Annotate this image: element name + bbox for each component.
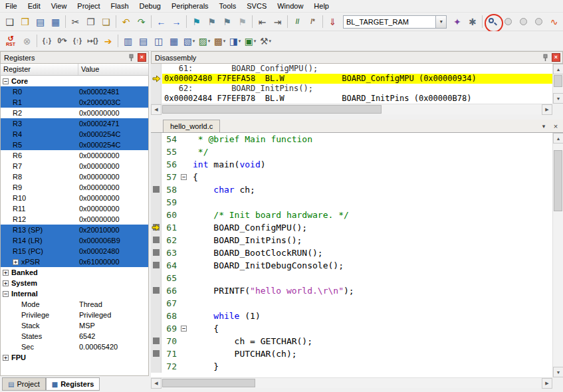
breakpoint-margin[interactable]: [151, 297, 162, 310]
step-over[interactable]: 0↷: [55, 33, 70, 49]
scroll-right-icon[interactable]: ▶: [542, 378, 552, 389]
undo[interactable]: ↶: [118, 14, 134, 29]
editor-vertical-scrollbar[interactable]: ▲ ▼: [552, 133, 563, 377]
register-row-privilege[interactable]: PrivilegePrivileged: [1, 310, 148, 320]
disassembly-horizontal-scrollbar[interactable]: ◀ ▶: [151, 104, 552, 114]
editor-line-66[interactable]: 66 PRINTF("hello world.\r\n");: [151, 284, 552, 297]
dropdown-arrow-icon[interactable]: ▾: [208, 39, 211, 44]
navigate-forward[interactable]: →: [169, 14, 184, 29]
pin-icon[interactable]: [541, 53, 549, 62]
stop-debug[interactable]: ⊗: [19, 33, 35, 49]
disassembly-margin[interactable]: [151, 64, 162, 104]
menu-file[interactable]: File: [0, 1, 23, 11]
memory-window[interactable]: ▨▾: [197, 33, 212, 49]
comment-selection[interactable]: //: [290, 14, 305, 29]
register-row-r14-lr[interactable]: R14 (LR)0x000006B9: [1, 235, 148, 246]
indicator-circle-1[interactable]: [501, 14, 516, 29]
breakpoint-margin[interactable]: [151, 246, 162, 259]
disassembly-window[interactable]: ▤: [136, 33, 151, 49]
breakpoint-margin[interactable]: [151, 284, 162, 297]
editor-line-68[interactable]: 68 while (1): [151, 310, 552, 322]
menu-tools[interactable]: Tools: [214, 1, 242, 11]
download-to-flash[interactable]: ⇓: [325, 14, 340, 29]
close-icon[interactable]: ×: [138, 53, 146, 62]
menu-peripherals[interactable]: Peripherals: [166, 1, 214, 11]
editor-line-65[interactable]: 65: [151, 272, 552, 284]
dropdown-arrow-icon[interactable]: ▾: [269, 39, 272, 44]
register-row-r12[interactable]: R120x00000000: [1, 214, 148, 225]
previous-bookmark[interactable]: ⚑: [204, 14, 219, 29]
save[interactable]: ▤: [33, 14, 48, 29]
register-row-r3[interactable]: R30x00002471: [1, 118, 148, 129]
column-header-value[interactable]: Value: [78, 64, 148, 75]
register-row-banked[interactable]: +Banked: [1, 267, 148, 278]
editor-line-56[interactable]: 56int main(void): [151, 158, 552, 171]
command-window[interactable]: ▥: [120, 33, 136, 49]
insert-bookmark[interactable]: ⚑: [189, 14, 204, 29]
disassembly-vertical-scrollbar[interactable]: ▲ ▼: [552, 64, 563, 104]
serial-window[interactable]: ▩▾: [212, 33, 227, 49]
target-options[interactable]: ✦: [449, 14, 465, 29]
breakpoint-margin[interactable]: [151, 360, 162, 373]
scroll-down-icon[interactable]: ▼: [553, 367, 563, 377]
register-row-r8[interactable]: R80x00000000: [1, 171, 148, 182]
breakpoint-margin[interactable]: [151, 347, 162, 360]
registers-window[interactable]: ▦: [166, 33, 181, 49]
editor-line-57[interactable]: 57−{: [151, 171, 552, 183]
expand-icon[interactable]: +: [3, 280, 9, 286]
register-row-r11[interactable]: R110x00000000: [1, 203, 148, 214]
open-file[interactable]: ❒: [17, 14, 33, 29]
editor-line-70[interactable]: 70 ch = GETCHAR();: [151, 335, 552, 347]
register-row-r5[interactable]: R50x0000254C: [1, 140, 148, 150]
breakpoint-margin[interactable]: [151, 322, 162, 335]
editor-line-72[interactable]: 72 }: [151, 360, 552, 373]
scroll-down-icon[interactable]: ▼: [553, 93, 563, 104]
collapse-icon[interactable]: −: [3, 78, 9, 84]
editor-line-58[interactable]: 58 char ch;: [151, 183, 552, 196]
register-row-xpsr[interactable]: +xPSR0x61000000: [1, 256, 148, 267]
run-to-cursor[interactable]: ↦{}: [85, 33, 100, 49]
fold-collapse-icon[interactable]: −: [181, 326, 187, 332]
register-row-r15-pc[interactable]: R15 (PC)0x00002480: [1, 246, 148, 256]
editor-line-59[interactable]: 59: [151, 196, 552, 209]
breakpoint-margin[interactable]: [151, 171, 162, 183]
next-bookmark[interactable]: ⚑: [219, 14, 235, 29]
step-into[interactable]: {↓}: [39, 33, 55, 49]
register-row-r13-sp[interactable]: R13 (SP)0x20010000: [1, 225, 148, 235]
editor-line-69[interactable]: 69− {: [151, 322, 552, 335]
breakpoint-margin[interactable]: [151, 209, 162, 221]
analysis-window[interactable]: ◨▾: [227, 33, 243, 49]
find-in-files[interactable]: [485, 14, 501, 29]
register-row-r4[interactable]: R40x0000254C: [1, 129, 148, 140]
scrollbar-thumb[interactable]: [162, 105, 382, 114]
scrollbar-thumb[interactable]: [162, 379, 255, 387]
run[interactable]: ➔: [100, 33, 116, 49]
editor-line-62[interactable]: 62 BOARD_InitPins();: [151, 234, 552, 246]
toolbox[interactable]: ⚒▾: [258, 33, 273, 49]
breakpoint-margin[interactable]: [151, 259, 162, 272]
menu-flash[interactable]: Flash: [106, 1, 134, 11]
breakpoint-margin[interactable]: [151, 196, 162, 209]
editor-line-71[interactable]: 71 PUTCHAR(ch);: [151, 347, 552, 360]
scroll-up-icon[interactable]: ▲: [553, 133, 563, 144]
panel-tab-registers[interactable]: ▦Registers: [46, 377, 100, 391]
scrollbar-thumb[interactable]: [554, 75, 562, 87]
editor-horizontal-scrollbar[interactable]: ◀ ▶: [151, 377, 552, 388]
close-icon[interactable]: ×: [552, 53, 560, 62]
configure-flash-tools[interactable]: ✱: [465, 14, 480, 29]
register-row-states[interactable]: States6542: [1, 331, 148, 342]
scroll-left-icon[interactable]: ◀: [151, 378, 162, 389]
uvision-swirl[interactable]: ∿: [546, 14, 562, 29]
pin-icon[interactable]: [127, 53, 135, 62]
menu-view[interactable]: View: [46, 1, 72, 11]
register-row-mode[interactable]: ModeThread: [1, 299, 148, 310]
indicator-circle-3[interactable]: [531, 14, 546, 29]
expand-icon[interactable]: +: [3, 355, 9, 361]
watch-window[interactable]: ▧▾: [181, 33, 197, 49]
indent-selection[interactable]: ⇥: [270, 14, 285, 29]
combo-dropdown-icon[interactable]: ▾: [435, 16, 446, 28]
disassembly-line[interactable]: 61: BOARD_ConfigMPU();: [162, 64, 552, 74]
editor-close-icon[interactable]: ×: [550, 121, 561, 131]
breakpoint-margin[interactable]: [151, 221, 162, 234]
save-all[interactable]: ▦: [48, 14, 63, 29]
